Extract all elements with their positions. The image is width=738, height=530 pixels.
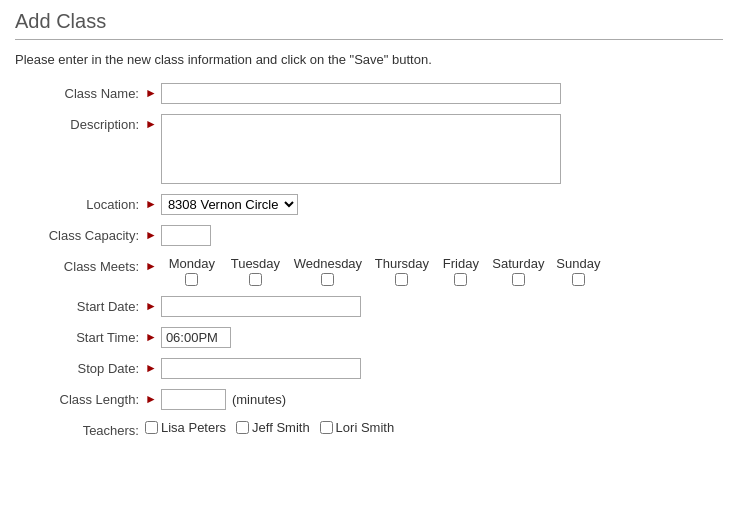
teacher-jeff-name: Jeff Smith — [252, 420, 310, 435]
teacher-item-lisa: Lisa Peters — [145, 420, 226, 435]
sunday-label: Sunday — [556, 256, 600, 271]
teacher-item-lori: Lori Smith — [320, 420, 395, 435]
thursday-label-col: Thursday — [368, 256, 436, 271]
class-capacity-required: ► — [145, 228, 157, 242]
teachers-section: Lisa Peters Jeff Smith Lori Smith — [145, 420, 400, 435]
saturday-checkbox-wrap — [486, 273, 551, 286]
friday-checkbox[interactable] — [454, 273, 467, 286]
start-time-row: Start Time: ► — [15, 327, 723, 348]
stop-date-row: Stop Date: ► — [15, 358, 723, 379]
start-date-row: Start Date: ► — [15, 296, 723, 317]
start-date-label: Start Date: — [15, 296, 145, 314]
class-name-row: Class Name: ► — [15, 83, 723, 104]
class-name-input[interactable] — [161, 83, 561, 104]
page-title: Add Class — [15, 10, 723, 33]
teachers-wrapper: Lisa Peters Jeff Smith Lori Smith — [145, 420, 723, 435]
page-title-section: Add Class — [15, 10, 723, 40]
teachers-label: Teachers: — [15, 420, 145, 438]
thursday-label: Thursday — [375, 256, 429, 271]
minutes-label: (minutes) — [232, 389, 286, 407]
class-capacity-row: Class Capacity: ► — [15, 225, 723, 246]
description-row: Description: ► — [15, 114, 723, 184]
teacher-lori-checkbox[interactable] — [320, 421, 333, 434]
start-date-required: ► — [145, 299, 157, 313]
start-time-wrapper: ► — [145, 327, 723, 348]
sunday-label-col: Sunday — [551, 256, 606, 271]
friday-label-col: Friday — [436, 256, 486, 271]
start-time-input[interactable] — [161, 327, 231, 348]
friday-checkbox-wrap — [436, 273, 486, 286]
saturday-label-col: Saturday — [486, 256, 551, 271]
monday-label: Monday — [169, 256, 215, 271]
start-time-label: Start Time: — [15, 327, 145, 345]
sunday-checkbox-wrap — [551, 273, 606, 286]
location-label: Location: — [15, 194, 145, 212]
days-labels: Monday Tuesday Wednesday Thursday Friday — [161, 256, 606, 271]
saturday-label: Saturday — [492, 256, 544, 271]
description-label: Description: — [15, 114, 145, 132]
description-textarea-wrapper — [161, 114, 561, 184]
stop-date-label: Stop Date: — [15, 358, 145, 376]
class-capacity-label: Class Capacity: — [15, 225, 145, 243]
tuesday-checkbox-wrap — [223, 273, 288, 286]
stop-date-input[interactable] — [161, 358, 361, 379]
monday-label-col: Monday — [161, 256, 223, 271]
tuesday-checkbox[interactable] — [249, 273, 262, 286]
thursday-checkbox[interactable] — [395, 273, 408, 286]
wednesday-checkbox-wrap — [288, 273, 368, 286]
class-length-wrapper: ► (minutes) — [145, 389, 723, 410]
class-name-required: ► — [145, 86, 157, 100]
friday-label: Friday — [443, 256, 479, 271]
monday-checkbox-wrap — [161, 273, 223, 286]
days-section: Monday Tuesday Wednesday Thursday Friday — [161, 256, 606, 286]
class-meets-row: Class Meets: ► Monday Tuesday Wednesday … — [15, 256, 723, 286]
start-date-input[interactable] — [161, 296, 361, 317]
class-length-required: ► — [145, 392, 157, 406]
teachers-row: Teachers: Lisa Peters Jeff Smith Lori Sm… — [15, 420, 723, 438]
location-wrapper: ► 8308 Vernon Circle — [145, 194, 723, 215]
class-meets-wrapper: ► Monday Tuesday Wednesday Thursday — [145, 256, 723, 286]
class-name-wrapper: ► — [145, 83, 723, 104]
wednesday-checkbox[interactable] — [321, 273, 334, 286]
teacher-lisa-name: Lisa Peters — [161, 420, 226, 435]
add-class-form: Class Name: ► Description: ► Location: ►… — [15, 83, 723, 438]
thursday-checkbox-wrap — [368, 273, 436, 286]
description-wrapper: ► — [145, 114, 723, 184]
class-meets-required: ► — [145, 259, 157, 273]
teacher-lisa-checkbox[interactable] — [145, 421, 158, 434]
description-textarea[interactable] — [161, 114, 561, 184]
teacher-item-jeff: Jeff Smith — [236, 420, 310, 435]
wednesday-label: Wednesday — [294, 256, 362, 271]
monday-checkbox[interactable] — [185, 273, 198, 286]
saturday-checkbox[interactable] — [512, 273, 525, 286]
location-select[interactable]: 8308 Vernon Circle — [161, 194, 298, 215]
class-length-label: Class Length: — [15, 389, 145, 407]
teacher-lori-name: Lori Smith — [336, 420, 395, 435]
start-time-required: ► — [145, 330, 157, 344]
class-length-row: Class Length: ► (minutes) — [15, 389, 723, 410]
wednesday-label-col: Wednesday — [288, 256, 368, 271]
location-required: ► — [145, 197, 157, 211]
sunday-checkbox[interactable] — [572, 273, 585, 286]
class-length-input[interactable] — [161, 389, 226, 410]
class-capacity-wrapper: ► — [145, 225, 723, 246]
start-date-wrapper: ► — [145, 296, 723, 317]
description-required: ► — [145, 117, 157, 131]
days-checkboxes — [161, 273, 606, 286]
class-meets-label: Class Meets: — [15, 256, 145, 274]
class-capacity-input[interactable] — [161, 225, 211, 246]
instructions: Please enter in the new class informatio… — [15, 52, 723, 67]
class-name-label: Class Name: — [15, 83, 145, 101]
stop-date-required: ► — [145, 361, 157, 375]
teacher-jeff-checkbox[interactable] — [236, 421, 249, 434]
tuesday-label-col: Tuesday — [223, 256, 288, 271]
location-row: Location: ► 8308 Vernon Circle — [15, 194, 723, 215]
stop-date-wrapper: ► — [145, 358, 723, 379]
tuesday-label: Tuesday — [231, 256, 280, 271]
